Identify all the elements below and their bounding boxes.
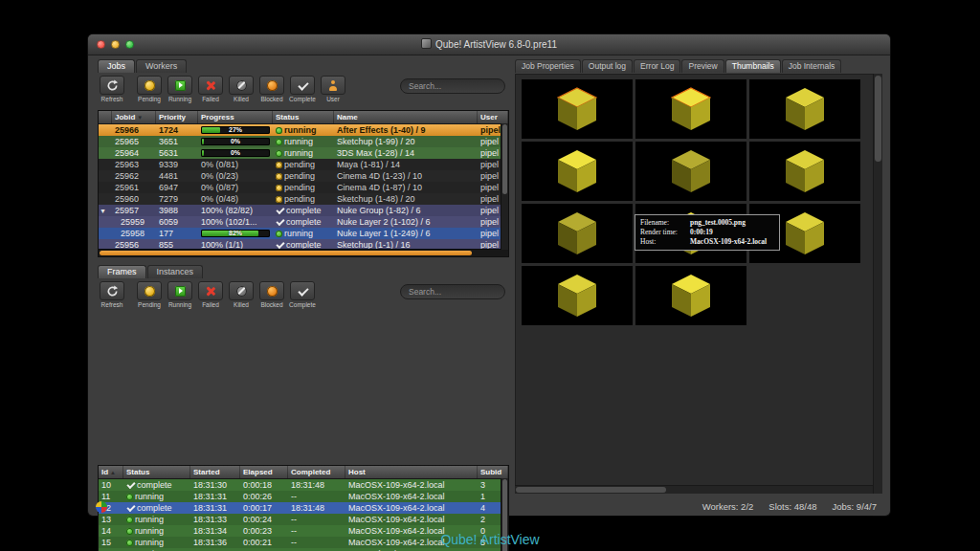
jobs-table-row[interactable]: 2596456310%running3DS Max (1-28) / 14pip… — [99, 147, 508, 159]
toolbar-button-pending[interactable]: Pending — [135, 281, 164, 308]
thumbnails-panel: Filename:png_test.0005.pngRender time:0:… — [515, 74, 882, 494]
jobs-table-row[interactable]: 2596244810% (0/23)pendingCinema 4D (1-23… — [99, 170, 508, 182]
thumbnail-tile[interactable] — [749, 79, 860, 139]
column-header-progress[interactable]: Progress — [198, 111, 273, 123]
status-label: complete — [137, 480, 172, 490]
column-header-jobid[interactable]: Jobid▼ — [112, 111, 156, 123]
toolbar-button-user[interactable]: User — [319, 76, 347, 102]
status-label: running — [284, 125, 317, 135]
name-cell: Sketchup (1-99) / 20 — [334, 137, 478, 146]
frames-search-input[interactable] — [400, 284, 505, 299]
tab-preview[interactable]: Preview — [681, 59, 724, 73]
frames-table-header: Id▲StatusStartedElapsedCompletedHostSubi… — [99, 466, 508, 479]
jobs-hscrollbar-thumb[interactable] — [100, 251, 472, 255]
toolbar-button-label: Killed — [234, 301, 249, 308]
cube-icon — [555, 209, 599, 257]
toolbar-button-pending[interactable]: Pending — [135, 76, 164, 102]
detail-vscrollbar-thumb[interactable] — [875, 76, 881, 162]
jobs-toolbar-buttons: RefreshPendingRunningFailedKilledBlocked… — [98, 76, 349, 102]
detail-vscrollbar[interactable] — [873, 74, 882, 494]
sort-indicator: ▲ — [110, 470, 116, 475]
tab-error-log[interactable]: Error Log — [634, 59, 680, 73]
left-column: JobsWorkers RefreshPendingRunningFailedK… — [96, 55, 507, 497]
tooltip-label: Host: — [640, 237, 690, 247]
jobs-hscrollbar[interactable] — [99, 249, 508, 256]
tab-workers[interactable]: Workers — [136, 59, 187, 73]
pending-icon — [276, 162, 282, 168]
detail-hscrollbar[interactable] — [515, 485, 873, 494]
column-header-started[interactable]: Started — [190, 466, 240, 478]
row-expander[interactable]: ▼ — [99, 208, 112, 214]
toolbar-button-label: Blocked — [260, 301, 282, 308]
column-header-output[interactable]: Output — [508, 466, 509, 478]
complete-icon — [276, 241, 284, 249]
tab-output-log[interactable]: Output log — [582, 59, 633, 73]
detail-hscrollbar-thumb[interactable] — [516, 487, 666, 493]
toolbar-button-blocked[interactable]: Blocked — [257, 281, 286, 308]
column-header-completed[interactable]: Completed — [288, 466, 345, 478]
jobs-table-row[interactable]: 2596393390% (0/81)pendingMaya (1-81) / 1… — [99, 159, 508, 170]
titlebar[interactable]: Qube! ArtistView 6.8-0.pre11 — [88, 34, 890, 55]
toolbar-button-complete[interactable]: Complete — [288, 281, 317, 308]
status-workers: Workers: 2/2 — [702, 501, 754, 512]
tab-frames[interactable]: Frames — [98, 265, 146, 278]
jobs-table-row[interactable]: ▼259573988100% (82/82)completeNuke Group… — [99, 205, 508, 216]
tooltip-row: Host:MacOSX-109-x64-2.local — [640, 237, 774, 247]
jobs-table-row[interactable]: 2596536510%runningSketchup (1-99) / 20pi… — [99, 136, 508, 147]
column-header-host[interactable]: Host — [345, 466, 478, 478]
jobs-table-row[interactable]: 2595817782%runningNuke Layer 1 (1-249) /… — [99, 228, 508, 239]
column-header-id[interactable]: Id▲ — [99, 466, 123, 478]
cube-icon — [669, 272, 713, 320]
tab-instances[interactable]: Instances — [147, 265, 204, 278]
column-header-user[interactable]: User — [478, 111, 508, 123]
jobs-table-row[interactable]: 25966172427%runningAfter Effects (1-40) … — [99, 124, 508, 136]
jobs-tab-bar: JobsWorkers — [98, 59, 187, 73]
thumbnail-tile[interactable] — [522, 204, 633, 263]
tooltip-row: Filename:png_test.0005.png — [640, 218, 774, 228]
thumbnail-tile[interactable] — [522, 142, 633, 201]
thumbnail-tile[interactable] — [635, 142, 746, 201]
thumbnail-grid — [522, 79, 860, 325]
toolbar-button-label: Pending — [138, 96, 161, 102]
toolbar-button-icon-box — [259, 76, 284, 95]
toolbar-button-failed[interactable]: Failed — [196, 281, 225, 308]
thumbnail-tile[interactable] — [749, 142, 860, 201]
thumbnail-tile[interactable] — [522, 79, 633, 139]
frames-table-row[interactable]: 10complete18:31:300:00:1818:31:48MacOSX-… — [99, 479, 508, 491]
toolbar-button-running[interactable]: Running — [166, 281, 194, 308]
column-header-elapsed[interactable]: Elapsed — [240, 466, 288, 478]
thumbnail-tile[interactable] — [635, 266, 746, 325]
column-header-priority[interactable]: Priority — [156, 111, 198, 123]
toolbar-button-running[interactable]: Running — [166, 76, 194, 102]
column-header-status[interactable]: Status — [273, 111, 334, 123]
toolbar-button-refresh[interactable]: Refresh — [98, 281, 126, 308]
tab-job-properties[interactable]: Job Properties — [515, 59, 581, 73]
toolbar-button-complete[interactable]: Complete — [288, 76, 317, 102]
jobs-table-row[interactable]: 2596169470% (0/87)pendingCinema 4D (1-87… — [99, 182, 508, 193]
status-cell: complete — [273, 217, 334, 227]
toolbar-button-killed[interactable]: Killed — [227, 76, 256, 102]
thumbnail-tile[interactable] — [522, 266, 633, 325]
jobs-search-input[interactable] — [400, 78, 505, 94]
toolbar-button-icon-box — [100, 76, 124, 95]
tab-job-internals[interactable]: Job Internals — [782, 59, 842, 73]
column-header-status[interactable]: Status — [123, 466, 190, 478]
column-header-name[interactable]: Name — [334, 111, 478, 123]
tab-thumbnails[interactable]: Thumbnails — [725, 59, 781, 73]
jobs-table-row[interactable]: 259596059100% (102/1...completeNuke Laye… — [99, 216, 508, 228]
status-cell: running — [273, 137, 334, 146]
jobs-table-row[interactable]: 2596072790% (0/48)pendingSketchup (1-48)… — [99, 193, 508, 205]
status-label: running — [284, 229, 313, 238]
jobs-vscrollbar-thumb[interactable] — [502, 124, 507, 194]
toolbar-button-killed[interactable]: Killed — [227, 281, 256, 308]
thumbnail-tile[interactable] — [635, 79, 746, 139]
toolbar-button-label: Running — [168, 301, 191, 308]
toolbar-button-failed[interactable]: Failed — [196, 76, 225, 102]
toolbar-button-refresh[interactable]: Refresh — [98, 76, 126, 102]
cube-icon — [783, 209, 827, 257]
tab-jobs[interactable]: Jobs — [98, 59, 135, 73]
toolbar-button-blocked[interactable]: Blocked — [257, 76, 286, 102]
jobs-vscrollbar[interactable] — [501, 123, 508, 250]
running-icon — [276, 231, 282, 237]
column-header-subid[interactable]: Subid — [478, 466, 508, 478]
